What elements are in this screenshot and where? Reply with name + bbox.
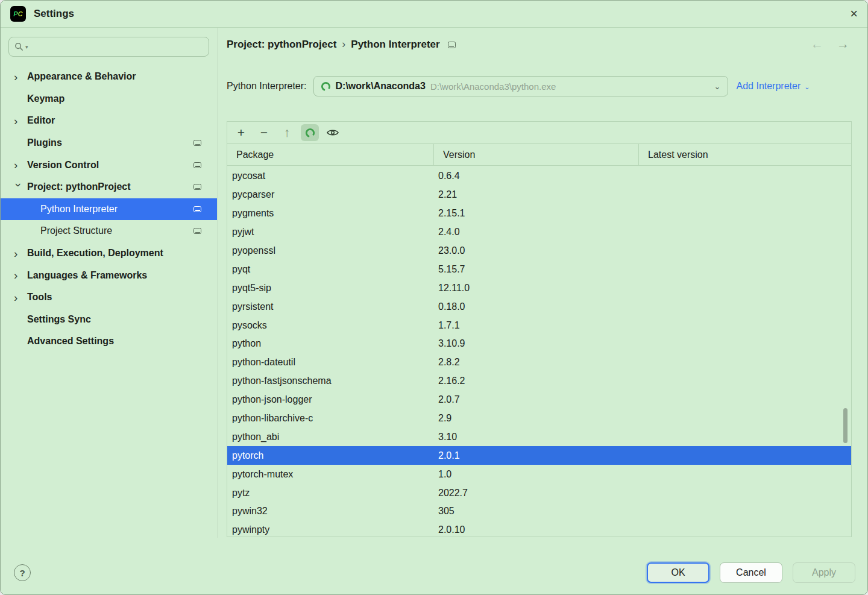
package-row-pyopenssl[interactable]: pyopenssl23.0.0 bbox=[227, 242, 851, 260]
show-early-releases-button[interactable] bbox=[324, 124, 342, 141]
package-version: 2.0.1 bbox=[433, 450, 638, 461]
package-row-pyqt5-sip[interactable]: pyqt5-sip12.11.0 bbox=[227, 279, 851, 297]
package-version: 5.15.7 bbox=[433, 264, 638, 275]
package-version: 2.15.1 bbox=[433, 208, 638, 219]
interpreter-row: Python Interpreter: D:\work\Anaconda3 D:… bbox=[227, 76, 851, 96]
package-row-python-json-logger[interactable]: python-json-logger2.0.7 bbox=[227, 391, 851, 409]
table-body: pycosat0.6.4pycparser2.21pygments2.15.1p… bbox=[227, 167, 851, 537]
packages-toolbar: + − ↑ bbox=[227, 122, 851, 144]
chevron-right-icon[interactable]: › bbox=[14, 248, 27, 259]
package-version: 23.0.0 bbox=[433, 245, 638, 256]
sidebar-item-plugins[interactable]: Plugins bbox=[1, 132, 217, 154]
settings-search-input[interactable] bbox=[30, 41, 203, 53]
interpreter-select[interactable]: D:\work\Anaconda3 D:\work\Anaconda3\pyth… bbox=[313, 76, 728, 96]
forward-arrow-icon[interactable]: → bbox=[837, 37, 849, 51]
ok-button[interactable]: OK bbox=[647, 562, 709, 583]
package-version: 3.10 bbox=[433, 432, 638, 442]
sidebar-item-project-pythonproject[interactable]: ›Project: pythonProject bbox=[1, 176, 217, 198]
column-header-latest-version[interactable]: Latest version bbox=[638, 144, 851, 165]
chevron-right-icon[interactable]: › bbox=[14, 159, 27, 171]
settings-tree: ›Appearance & BehaviorKeymap›EditorPlugi… bbox=[1, 66, 217, 353]
column-header-version[interactable]: Version bbox=[433, 144, 638, 165]
sidebar-item-python-interpreter[interactable]: Python Interpreter bbox=[1, 198, 217, 221]
close-icon[interactable]: × bbox=[850, 7, 858, 20]
package-name: pyrsistent bbox=[227, 301, 433, 312]
interpreter-label: Python Interpreter: bbox=[227, 81, 307, 92]
sidebar-item-label: Settings Sync bbox=[27, 314, 91, 325]
upgrade-package-button[interactable]: ↑ bbox=[278, 124, 296, 141]
package-row-pycosat[interactable]: pycosat0.6.4 bbox=[227, 167, 851, 186]
package-version: 2.16.2 bbox=[433, 376, 638, 386]
package-row-pycparser[interactable]: pycparser2.21 bbox=[227, 186, 851, 204]
sidebar-item-appearance-behavior[interactable]: ›Appearance & Behavior bbox=[1, 66, 217, 88]
package-version: 0.6.4 bbox=[433, 171, 638, 181]
chevron-right-icon[interactable]: › bbox=[14, 115, 27, 127]
package-row-pyrsistent[interactable]: pyrsistent0.18.0 bbox=[227, 297, 851, 316]
column-header-package[interactable]: Package bbox=[227, 144, 433, 165]
eye-icon bbox=[327, 128, 339, 137]
install-package-button[interactable]: + bbox=[232, 124, 250, 141]
package-name: pyopenssl bbox=[227, 245, 433, 256]
footer: ? OK Cancel Apply bbox=[1, 538, 867, 594]
uninstall-package-button[interactable]: − bbox=[255, 124, 273, 141]
package-name: python bbox=[227, 338, 433, 349]
breadcrumb-separator-icon: › bbox=[342, 38, 345, 51]
package-name: pyjwt bbox=[227, 227, 433, 238]
package-row-pyqt[interactable]: pyqt5.15.7 bbox=[227, 260, 851, 279]
search-icon bbox=[14, 42, 24, 51]
search-options-chevron-icon[interactable]: ▾ bbox=[25, 44, 28, 50]
footer-buttons: OK Cancel Apply bbox=[647, 562, 855, 583]
chevron-right-icon[interactable]: › bbox=[14, 292, 27, 303]
sidebar-item-version-control[interactable]: ›Version Control bbox=[1, 154, 217, 176]
chevron-right-icon[interactable]: › bbox=[14, 71, 27, 83]
sidebar-item-project-structure[interactable]: Project Structure bbox=[1, 220, 217, 242]
package-row-python-dateutil[interactable]: python-dateutil2.8.2 bbox=[227, 353, 851, 372]
vertical-scrollbar-thumb[interactable] bbox=[843, 408, 848, 443]
package-version: 2.9 bbox=[433, 413, 638, 424]
interpreter-path: D:\work\Anaconda3\python.exe bbox=[430, 81, 556, 92]
use-conda-toggle-button[interactable] bbox=[301, 124, 319, 141]
package-name: pytorch bbox=[227, 450, 433, 461]
package-row-pygments[interactable]: pygments2.15.1 bbox=[227, 204, 851, 223]
sidebar-item-editor[interactable]: ›Editor bbox=[1, 110, 217, 132]
package-row-pyjwt[interactable]: pyjwt2.4.0 bbox=[227, 223, 851, 242]
package-row-pytorch-mutex[interactable]: pytorch-mutex1.0 bbox=[227, 465, 851, 483]
package-row-pytorch[interactable]: pytorch2.0.1 bbox=[227, 446, 851, 465]
cancel-button[interactable]: Cancel bbox=[720, 562, 782, 583]
packages-table: + − ↑ Packa bbox=[227, 121, 852, 537]
breadcrumb-project[interactable]: Project: pythonProject bbox=[227, 39, 336, 51]
sidebar-item-languages-frameworks[interactable]: ›Languages & Frameworks bbox=[1, 264, 217, 286]
back-arrow-icon[interactable]: ← bbox=[811, 37, 823, 51]
package-version: 2022.7 bbox=[433, 488, 638, 499]
package-version: 3.10.9 bbox=[433, 338, 638, 349]
package-row-pywin32[interactable]: pywin32305 bbox=[227, 502, 851, 521]
package-row-python-fastjsonschema[interactable]: python-fastjsonschema2.16.2 bbox=[227, 372, 851, 391]
package-name: python-dateutil bbox=[227, 357, 433, 368]
screen-badge-icon bbox=[448, 42, 456, 48]
sidebar-item-tools[interactable]: ›Tools bbox=[1, 286, 217, 309]
package-row-pysocks[interactable]: pysocks1.7.1 bbox=[227, 316, 851, 335]
package-row-python-libarchive-c[interactable]: python-libarchive-c2.9 bbox=[227, 409, 851, 428]
package-row-python[interactable]: python3.10.9 bbox=[227, 335, 851, 353]
screen-badge-icon bbox=[193, 206, 201, 212]
package-name: pyqt bbox=[227, 264, 433, 275]
add-interpreter-link[interactable]: Add Interpreter ⌄ bbox=[737, 81, 810, 92]
package-row-python-abi[interactable]: python_abi3.10 bbox=[227, 427, 851, 446]
sidebar-item-settings-sync[interactable]: Settings Sync bbox=[1, 309, 217, 331]
conda-icon bbox=[305, 128, 315, 138]
settings-window: PC Settings × ▾ ›Appearance & BehaviorKe… bbox=[0, 0, 868, 595]
sidebar-item-build-execution-deployment[interactable]: ›Build, Execution, Deployment bbox=[1, 242, 217, 265]
package-row-pytz[interactable]: pytz2022.7 bbox=[227, 483, 851, 502]
chevron-down-icon[interactable]: › bbox=[13, 183, 25, 197]
package-name: pycparser bbox=[227, 189, 433, 200]
help-button[interactable]: ? bbox=[14, 564, 31, 581]
add-interpreter-label: Add Interpreter bbox=[737, 81, 801, 92]
chevron-right-icon[interactable]: › bbox=[14, 269, 27, 281]
sidebar-item-keymap[interactable]: Keymap bbox=[1, 88, 217, 110]
chevron-down-icon[interactable]: ⌄ bbox=[714, 82, 721, 91]
package-version: 2.0.10 bbox=[433, 524, 638, 535]
settings-search-box[interactable]: ▾ bbox=[8, 37, 209, 57]
sidebar-item-advanced-settings[interactable]: Advanced Settings bbox=[1, 330, 217, 353]
package-row-pywinpty[interactable]: pywinpty2.0.10 bbox=[227, 521, 851, 537]
screen-badge-icon bbox=[193, 228, 201, 234]
